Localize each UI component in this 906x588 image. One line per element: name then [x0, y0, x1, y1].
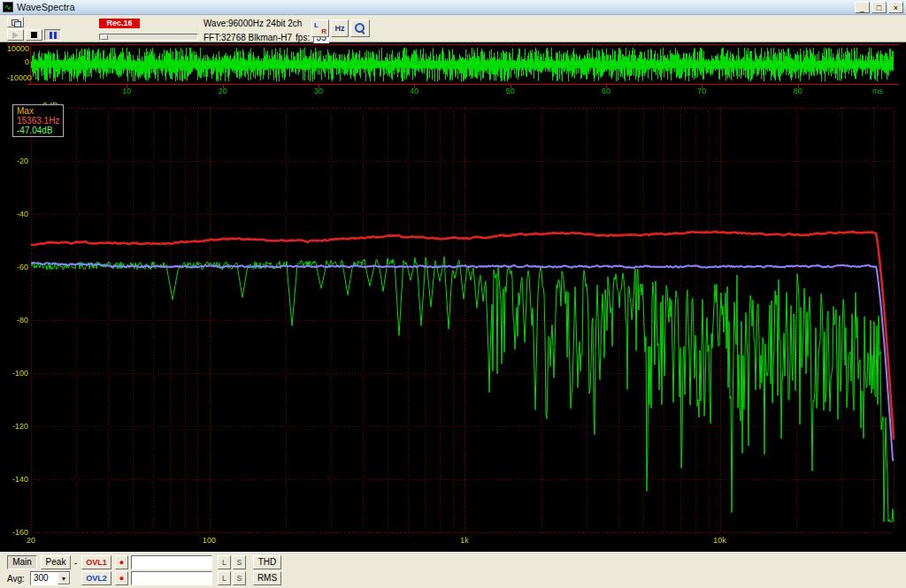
spec-freq-tick-label: 1k	[460, 536, 469, 545]
wave-x-tick-label: 60	[602, 87, 610, 95]
spec-freq-tick-label: 100	[203, 536, 216, 545]
spec-db-tick-label: -120	[7, 422, 28, 431]
wave-x-tick-label: 80	[794, 87, 802, 95]
wave-x-tick-label: 70	[697, 87, 706, 95]
spec-db-tick-label: -20	[7, 157, 28, 165]
overlay1-button[interactable]: OVL1	[81, 555, 111, 569]
max-readout-label: Max	[17, 106, 59, 116]
spec-db-tick-label: -60	[7, 263, 28, 271]
wave-x-tick-label: 40	[410, 87, 418, 95]
overlay2-save-button[interactable]: S	[233, 571, 246, 585]
overlay2-name-input[interactable]	[131, 571, 212, 585]
spectrum-panel: 0dB -20-40-60-80-100-120-140-160 201001k…	[7, 101, 899, 550]
spec-db-tick-label: -160	[7, 528, 28, 537]
max-readout-frequency: 15363.1Hz	[17, 116, 59, 126]
magnifier-icon	[355, 23, 365, 34]
waveform-yzero-label: 0	[7, 57, 29, 66]
app-icon: ∿	[3, 2, 13, 12]
titlebar[interactable]: ∿ WaveSpectra _ □ ×	[0, 0, 906, 15]
fft-settings-label: FFT:32768 Blkman-H7	[203, 33, 292, 42]
waveform-panel: 10000 0 -10000 1020304050607080 ms	[7, 44, 899, 99]
toolbar: Rec.16 Wave:96000Hz 24bit 2ch FFT:32768 …	[0, 15, 906, 42]
zoom-button[interactable]	[350, 19, 370, 37]
max-readout: Max 15363.1Hz -47.04dB	[12, 104, 64, 137]
rms-button[interactable]: RMS	[253, 571, 281, 585]
minimize-button[interactable]: _	[855, 2, 870, 13]
overlay1-load-button[interactable]: L	[218, 555, 231, 569]
overlay1-name-input[interactable]	[131, 555, 212, 569]
play-button[interactable]	[7, 29, 24, 41]
spec-db-tick-label: -40	[7, 210, 28, 218]
always-on-top-button[interactable]	[7, 17, 24, 27]
wave-x-tick-label: 10	[122, 87, 131, 95]
position-slider[interactable]	[99, 34, 198, 41]
spec-freq-tick-label: 20	[27, 536, 35, 545]
pause-icon	[50, 32, 57, 39]
average-label: Avg:	[7, 574, 25, 584]
separator-dash: -	[74, 558, 77, 568]
wave-x-tick-label: 30	[314, 87, 323, 95]
max-readout-level: -47.04dB	[17, 126, 59, 135]
average-count-combobox[interactable]: 300 ▼	[30, 571, 71, 585]
play-icon	[12, 32, 19, 39]
stop-icon	[31, 32, 37, 38]
window-title: WaveSpectra	[17, 2, 75, 12]
waveform-ymin-label: -10000	[7, 73, 29, 82]
pause-button[interactable]	[44, 29, 61, 41]
main-view-button[interactable]: Main	[7, 555, 37, 569]
frequency-axis-button[interactable]: Hz	[331, 19, 349, 37]
waveform-time-unit-label: ms	[872, 87, 883, 95]
waveform-ymax-label: 10000	[7, 44, 29, 53]
app-window: ∿ WaveSpectra _ □ × Rec.16 Wave:96000Hz …	[0, 0, 906, 588]
thd-button[interactable]: THD	[253, 555, 281, 569]
chevron-down-icon[interactable]: ▼	[58, 572, 70, 584]
maximize-button[interactable]: □	[871, 2, 887, 13]
position-slider-thumb[interactable]	[101, 34, 108, 40]
peak-view-button[interactable]: Peak	[41, 555, 71, 569]
close-button[interactable]: ×	[888, 2, 903, 13]
overlay1-color-dot[interactable]: ●	[115, 555, 128, 569]
wave-format-label: Wave:96000Hz 24bit 2ch	[203, 19, 302, 28]
wave-x-tick-label: 50	[506, 87, 515, 95]
channel-lr-icon: LR	[314, 22, 326, 34]
waveform-display	[7, 44, 899, 99]
spec-freq-tick-label: 10k	[713, 536, 726, 545]
spectrum-display[interactable]	[7, 101, 899, 550]
average-count-value: 300	[34, 573, 49, 583]
windows-icon	[12, 19, 19, 26]
spec-db-tick-label: -140	[7, 475, 28, 484]
spec-db-tick-label: -100	[7, 369, 28, 378]
stop-button[interactable]	[26, 29, 42, 41]
overlay2-button[interactable]: OVL2	[81, 571, 111, 585]
bottom-control-bar: Main Peak - OVL1 ● L S THD Avg: 300 ▼ OV…	[0, 552, 906, 588]
spec-db-tick-label: -80	[7, 316, 28, 325]
wave-x-tick-label: 20	[219, 87, 227, 95]
fps-label: fps:	[296, 33, 310, 42]
overlay2-load-button[interactable]: L	[218, 571, 231, 585]
channel-lr-button[interactable]: LR	[311, 19, 329, 37]
overlay1-save-button[interactable]: S	[233, 555, 246, 569]
fft-status-row: FFT:32768 Blkman-H7 fps: 55	[203, 32, 329, 43]
overlay2-color-dot[interactable]: ●	[115, 571, 128, 585]
record-indicator[interactable]: Rec.16	[99, 19, 140, 28]
